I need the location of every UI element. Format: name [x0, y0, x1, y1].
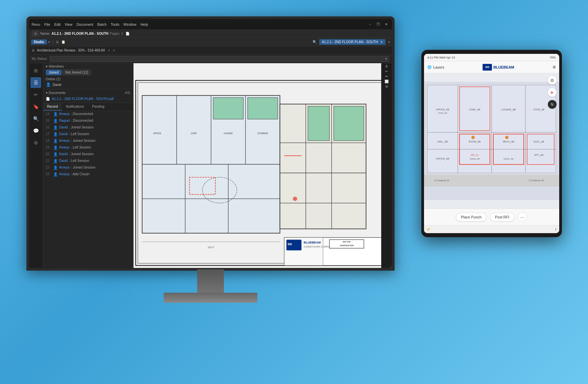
document-item[interactable]: 📄 A1.2.1 - 2ND FLOOR PLAN - SOUTH.pdf: [46, 96, 131, 101]
doc-file-icon: 📄: [46, 97, 50, 101]
menu-window[interactable]: Window: [123, 22, 137, 26]
monitor-stand-neck: [197, 269, 224, 296]
tablet-bottom-bar: Place Punch Post RFI ···: [424, 208, 559, 225]
studio-dropdown[interactable]: Studio ▾: [31, 39, 50, 44]
tablet-navbar: 🌐 Layers BB BLUEBEAM ≡: [424, 61, 559, 73]
svg-text:S Federal St: S Federal St: [434, 179, 449, 182]
sidebar-search-icon[interactable]: 🔍: [30, 113, 41, 124]
record-list-item: 23 👤 Ameya : Add Cloud+: [43, 171, 133, 178]
record-tab[interactable]: Record: [43, 103, 62, 111]
tablet-blueprint-canvas[interactable]: OFFICE_AB STAS_AB CONF_AB LOUNGE_AB STOR…: [424, 73, 559, 208]
record-item-user: Raquel: [59, 119, 70, 122]
tablet-menu-icon[interactable]: ≡: [553, 64, 556, 70]
tablet-footer-info-icon[interactable]: ℹ: [555, 227, 557, 231]
rt-pencil-icon[interactable]: ✒: [385, 75, 388, 78]
minimize-button[interactable]: −: [367, 21, 373, 27]
file-name-bar: ⊞ Name: A1.2.1 - 2ND FLOOR PLAN - SOUTH …: [29, 30, 392, 38]
svg-rect-27: [334, 106, 364, 141]
record-list-item: 17 👤 David : Left Session: [43, 131, 133, 138]
attendees-tabs: Joined Not Joined (12): [46, 70, 131, 75]
studio-icon1[interactable]: ⊞: [56, 40, 59, 44]
record-item-num: 18: [46, 139, 52, 142]
menu-revu[interactable]: Revu: [32, 22, 40, 26]
place-punch-button[interactable]: Place Punch: [456, 213, 487, 221]
not-joined-tab-button[interactable]: Not Joined (12): [62, 70, 91, 75]
record-item-icon: 👤: [53, 166, 58, 170]
status-dropdown[interactable]: ▾: [50, 56, 389, 62]
online-label: Online (1): [46, 77, 131, 82]
left-sidebar: ⊞ ☰ ✏ 🔖 🔍 💬 ⚙ ☰: [29, 63, 43, 268]
menu-edit[interactable]: Edit: [54, 22, 61, 26]
record-list-item: 20 👤 David : Joined Session: [43, 151, 133, 158]
docs-sort-icon[interactable]: A⇅: [125, 91, 130, 95]
record-item-num: 22: [46, 166, 52, 169]
bb-logo-icon: BB: [485, 66, 489, 69]
my-status-label: My Status:: [32, 57, 48, 61]
sidebar-bookmark-icon[interactable]: 🔖: [30, 101, 41, 112]
rt-shape-icon[interactable]: ⬜: [385, 80, 389, 83]
docs-chevron-icon: ▾: [46, 91, 48, 95]
menu-document[interactable]: Document: [77, 22, 93, 26]
menu-file[interactable]: File: [44, 22, 50, 26]
bluebeam-brand-text: BLUEBEAM: [493, 65, 514, 69]
menu-view[interactable]: View: [65, 22, 73, 26]
svg-rect-18: [247, 98, 277, 119]
tablet-compass-icon[interactable]: ➤: [548, 88, 557, 97]
plan-share-icon[interactable]: ↗: [107, 49, 110, 52]
maximize-button[interactable]: ❐: [375, 21, 381, 27]
scene: Revu File Edit View Document Batch Tools…: [26, 16, 562, 368]
blueprint-canvas[interactable]: BB BLUEBEAM A NEMETSCHEK COMPANY: [134, 63, 392, 268]
menu-help[interactable]: Help: [141, 22, 148, 26]
pending-tab[interactable]: Pending: [88, 103, 108, 111]
menu-batch[interactable]: Batch: [97, 22, 107, 26]
sidebar-markup-icon[interactable]: ✏: [30, 89, 41, 100]
tab-close-icon[interactable]: ✕: [380, 40, 383, 44]
record-item-icon: 👤: [53, 112, 58, 116]
svg-point-68: [471, 136, 475, 139]
svg-text:320'-0": 320'-0": [207, 246, 214, 249]
plan-more-icon[interactable]: ≡: [113, 49, 115, 52]
record-item-action: : Left Session: [69, 159, 89, 163]
active-tab[interactable]: A1.2.1 - 2ND FLOOR PLAN - SOUTH ✕: [319, 39, 386, 45]
tablet-battery: 70%: [550, 56, 556, 59]
svg-text:STOR_AB: STOR_AB: [533, 108, 544, 111]
record-item-icon: 👤: [53, 152, 58, 157]
record-item-icon: 👤: [53, 159, 58, 163]
studio-icon2[interactable]: 📋: [61, 40, 65, 44]
sidebar-comment-icon[interactable]: 💬: [30, 125, 41, 136]
studio-search-icon[interactable]: 🔍: [313, 40, 317, 44]
file-name-text: A1.2.1 - 2ND FLOOR PLAN - SOUTH: [52, 32, 108, 35]
menu-tools[interactable]: Tools: [111, 22, 119, 26]
record-item-user: David: [59, 125, 68, 129]
svg-rect-26: [308, 106, 329, 141]
sidebar-home-icon[interactable]: ⊞: [30, 65, 41, 76]
main-layout: ⊞ ☰ ✏ 🔖 🔍 💬 ⚙ ☰: [29, 63, 392, 268]
status-chevron-icon: ▾: [385, 57, 387, 61]
sidebar-settings-icon[interactable]: ⚙: [30, 137, 41, 148]
svg-text:OFFICE: OFFICE: [153, 132, 161, 134]
notifications-tab[interactable]: Notifications: [62, 103, 88, 111]
file-icon: 📄: [125, 32, 130, 35]
rt-gear-icon[interactable]: ⚙: [385, 85, 388, 88]
record-item-num: 19: [46, 146, 52, 149]
close-button[interactable]: ✕: [383, 21, 389, 27]
record-item-user: David: [59, 159, 68, 163]
plan-bar: ⊞ Architectural Plan Review - 30% - 518-…: [29, 46, 392, 55]
joined-tab-button[interactable]: Joined: [46, 70, 62, 75]
more-options-button[interactable]: ···: [518, 212, 527, 222]
tab-dropdown-icon[interactable]: ▾: [388, 40, 390, 44]
rt-a-icon[interactable]: A: [386, 65, 388, 68]
sidebar-layers-icon[interactable]: ☰: [30, 77, 41, 88]
tablet-time: 4:11 PM Wed Apr 13: [427, 56, 455, 59]
record-list-item: 18 👤 Ameya : Joined Session: [43, 138, 133, 145]
svg-text:ISSUE_AB: ISSUE_AB: [503, 158, 513, 160]
attendees-label: Attendees: [49, 65, 64, 68]
tablet-map-icon[interactable]: N: [548, 100, 557, 109]
studio-panel: ▾ Attendees Joined Not Joined (12) Onlin…: [43, 63, 134, 268]
post-rfi-button[interactable]: Post RFI: [490, 213, 514, 221]
svg-text:OFFICE_AB: OFFICE_AB: [436, 108, 449, 111]
docs-label: Documents: [49, 91, 66, 95]
svg-text:RFI_21: RFI_21: [471, 154, 478, 157]
rt-pen-icon[interactable]: ✏: [385, 70, 388, 73]
tablet-settings-icon[interactable]: ⚙: [548, 76, 557, 85]
